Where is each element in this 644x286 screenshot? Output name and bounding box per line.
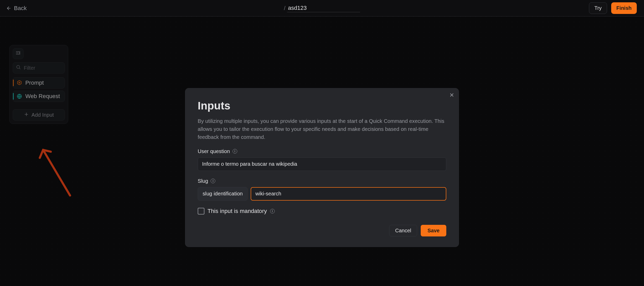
top-actions: Try Finish bbox=[589, 2, 637, 14]
modal-description: By utilizing multiple inputs, you can pr… bbox=[198, 117, 446, 141]
back-button[interactable]: Back bbox=[6, 5, 27, 12]
finish-button[interactable]: Finish bbox=[611, 2, 637, 14]
back-label: Back bbox=[14, 5, 27, 12]
inputs-modal: ✕ Inputs By utilizing multiple inputs, y… bbox=[185, 88, 459, 247]
field-label: Slug i bbox=[198, 178, 446, 184]
info-icon[interactable]: i bbox=[211, 179, 215, 183]
try-button[interactable]: Try bbox=[589, 2, 607, 14]
slug-label: Slug bbox=[198, 178, 208, 184]
breadcrumb-separator: / bbox=[284, 5, 285, 12]
modal-title: Inputs bbox=[198, 100, 446, 112]
field-label: User question i bbox=[198, 148, 446, 154]
user-question-label: User question bbox=[198, 148, 230, 154]
arrow-left-icon bbox=[6, 6, 11, 11]
canvas: Prompt Web Request Add Input ✕ Inputs bbox=[0, 17, 644, 286]
info-icon[interactable]: i bbox=[270, 209, 275, 213]
slug-input[interactable] bbox=[251, 187, 446, 201]
close-icon: ✕ bbox=[449, 92, 454, 98]
slug-field: Slug i slug identification bbox=[198, 178, 446, 201]
top-bar: Back / Try Finish bbox=[0, 0, 644, 17]
mandatory-label: This input is mandatory bbox=[208, 208, 267, 214]
title-input[interactable] bbox=[287, 4, 360, 12]
cancel-button[interactable]: Cancel bbox=[389, 225, 417, 236]
user-question-field: User question i bbox=[198, 148, 446, 171]
breadcrumb: / bbox=[284, 4, 360, 12]
mandatory-row: This input is mandatory i bbox=[198, 208, 446, 214]
slug-chip: slug identification bbox=[198, 187, 248, 201]
save-button[interactable]: Save bbox=[421, 225, 446, 236]
modal-actions: Cancel Save bbox=[198, 225, 446, 236]
slug-row: slug identification bbox=[198, 187, 446, 201]
info-icon[interactable]: i bbox=[233, 149, 237, 154]
user-question-input[interactable] bbox=[198, 157, 446, 171]
close-button[interactable]: ✕ bbox=[449, 92, 454, 99]
mandatory-checkbox[interactable] bbox=[198, 208, 204, 214]
